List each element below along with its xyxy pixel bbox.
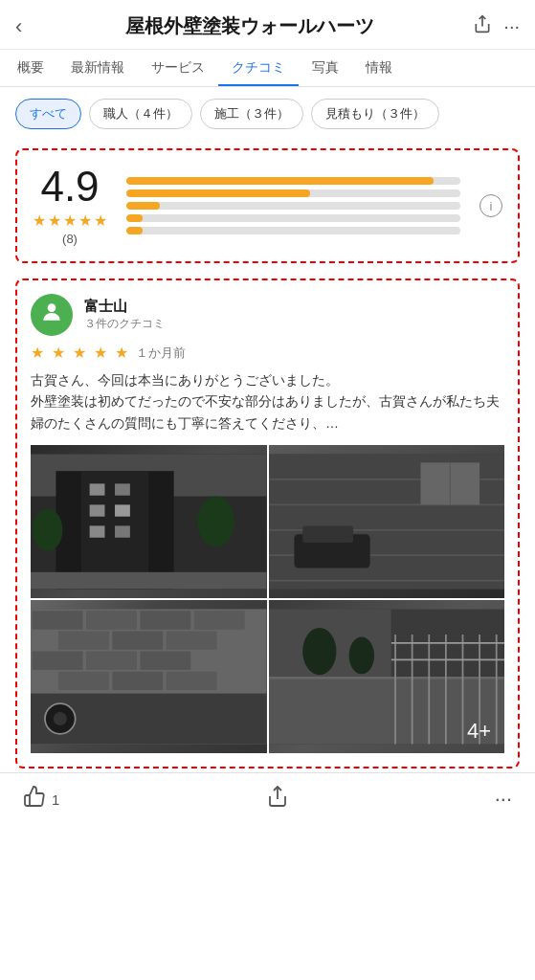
avatar xyxy=(31,294,73,336)
bar-track-2 xyxy=(126,214,460,222)
svg-rect-36 xyxy=(86,652,137,670)
svg-rect-37 xyxy=(140,652,190,670)
photo-grid: 4+ xyxy=(31,445,504,753)
rating-box: 4.9 ★ ★ ★ ★ ★ (8) xyxy=(15,148,520,263)
nav-tabs: 概要 最新情報 サービス クチコミ 写真 情報 xyxy=(0,50,535,87)
bottom-bar: 1 ··· xyxy=(0,772,535,825)
star-3: ★ xyxy=(63,212,77,230)
svg-rect-7 xyxy=(115,484,130,496)
svg-rect-40 xyxy=(167,672,217,690)
svg-point-13 xyxy=(197,497,234,547)
rating-stars: ★ ★ ★ ★ ★ xyxy=(33,212,107,230)
bar-track-4 xyxy=(126,189,460,197)
star-5: ★ xyxy=(94,212,107,230)
rating-bars xyxy=(126,177,460,234)
top-bar: ‹ 屋根外壁塗装ウォールハーツ ··· xyxy=(0,0,535,50)
tab-service[interactable]: サービス xyxy=(138,50,218,86)
svg-rect-46 xyxy=(269,677,505,679)
svg-rect-35 xyxy=(33,652,83,670)
svg-rect-32 xyxy=(58,632,109,650)
photo-cell-3[interactable] xyxy=(31,600,267,753)
svg-rect-29 xyxy=(86,612,137,630)
more-button[interactable]: ··· xyxy=(503,15,520,37)
review-star-3: ★ xyxy=(73,344,86,362)
more-bottom-button[interactable]: ··· xyxy=(495,787,512,812)
bar-track-3 xyxy=(126,202,460,210)
bar-row-2 xyxy=(126,214,460,222)
star-2: ★ xyxy=(48,212,61,230)
photo-cell-1[interactable] xyxy=(31,445,267,598)
svg-rect-33 xyxy=(112,632,163,650)
share-button[interactable] xyxy=(473,14,492,38)
bar-fill-1 xyxy=(126,227,143,234)
svg-rect-31 xyxy=(194,612,245,630)
page-title: 屋根外壁塗装ウォールハーツ xyxy=(33,13,465,39)
bar-track-1 xyxy=(126,227,460,234)
svg-rect-39 xyxy=(112,672,163,690)
chip-construction[interactable]: 施工（３件） xyxy=(200,99,303,129)
svg-rect-9 xyxy=(115,505,130,517)
tab-info[interactable]: 情報 xyxy=(352,50,406,86)
star-1: ★ xyxy=(33,212,46,230)
share-bottom-button[interactable] xyxy=(266,785,289,813)
review-star-1: ★ xyxy=(31,344,44,362)
reviewer-meta: ３件のクチコミ xyxy=(84,316,165,332)
svg-point-12 xyxy=(33,509,63,551)
svg-rect-8 xyxy=(90,505,105,517)
reviewer-name: 富士山 xyxy=(84,298,165,316)
bar-fill-2 xyxy=(126,214,143,222)
bar-fill-5 xyxy=(126,177,434,185)
svg-rect-6 xyxy=(90,484,105,496)
like-count: 1 xyxy=(52,791,59,808)
tab-kuchikomi[interactable]: クチコミ xyxy=(218,50,299,86)
bar-track-5 xyxy=(126,177,460,185)
svg-rect-34 xyxy=(167,632,217,650)
back-button[interactable]: ‹ xyxy=(15,14,26,39)
bar-fill-4 xyxy=(126,189,310,197)
bottom-bar-left: 1 xyxy=(23,785,59,813)
filter-chips: すべて 職人（４件） 施工（３件） 見積もり（３件） xyxy=(0,87,535,137)
rating-score: 4.9 xyxy=(40,166,99,208)
review-star-4: ★ xyxy=(94,344,107,362)
photo-cell-2[interactable] xyxy=(269,445,505,598)
svg-rect-14 xyxy=(31,572,267,590)
star-4: ★ xyxy=(78,212,92,230)
bar-row-3 xyxy=(126,202,460,210)
review-time: １か月前 xyxy=(136,345,186,362)
review-card: 富士山 ３件のクチコミ ★ ★ ★ ★ ★ １か月前 古賀さん、今回は本当にあり… xyxy=(15,278,520,768)
tab-gaiyou[interactable]: 概要 xyxy=(4,50,57,86)
bar-fill-3 xyxy=(126,202,160,210)
svg-rect-38 xyxy=(58,672,109,690)
svg-point-58 xyxy=(348,637,373,675)
reviewer-info: 富士山 ３件のクチコミ xyxy=(84,298,165,332)
bar-row-1 xyxy=(126,227,460,234)
photo-overlay: 4+ xyxy=(467,719,491,744)
review-star-5: ★ xyxy=(115,344,128,362)
chip-estimate[interactable]: 見積もり（３件） xyxy=(311,99,439,129)
avatar-icon xyxy=(39,300,64,330)
like-button[interactable] xyxy=(23,785,46,813)
chip-craftsman[interactable]: 職人（４件） xyxy=(89,99,192,129)
svg-rect-11 xyxy=(115,526,130,538)
svg-rect-10 xyxy=(90,526,105,538)
rating-count: (8) xyxy=(62,232,78,246)
svg-point-1 xyxy=(48,303,56,312)
top-bar-icons: ··· xyxy=(473,14,520,38)
bar-row-4 xyxy=(126,189,460,197)
chip-all[interactable]: すべて xyxy=(15,99,81,129)
svg-rect-30 xyxy=(140,612,190,630)
reviewer-row: 富士山 ３件のクチコミ xyxy=(31,294,504,336)
tab-photo[interactable]: 写真 xyxy=(299,50,352,86)
info-icon[interactable]: i xyxy=(479,194,502,217)
svg-rect-23 xyxy=(302,526,353,544)
tab-saishinjoho[interactable]: 最新情報 xyxy=(57,50,138,86)
svg-point-57 xyxy=(302,628,336,675)
rating-left: 4.9 ★ ★ ★ ★ ★ (8) xyxy=(33,166,107,246)
review-text: 古賀さん、今回は本当にありがとうございました。 外壁塗装は初めてだったので不安な… xyxy=(31,369,504,434)
review-star-2: ★ xyxy=(52,344,65,362)
svg-rect-28 xyxy=(33,612,83,630)
bar-row-5 xyxy=(126,177,460,185)
photo-cell-4[interactable]: 4+ xyxy=(269,600,505,753)
svg-point-43 xyxy=(54,712,67,725)
review-stars-row: ★ ★ ★ ★ ★ １か月前 xyxy=(31,344,504,362)
